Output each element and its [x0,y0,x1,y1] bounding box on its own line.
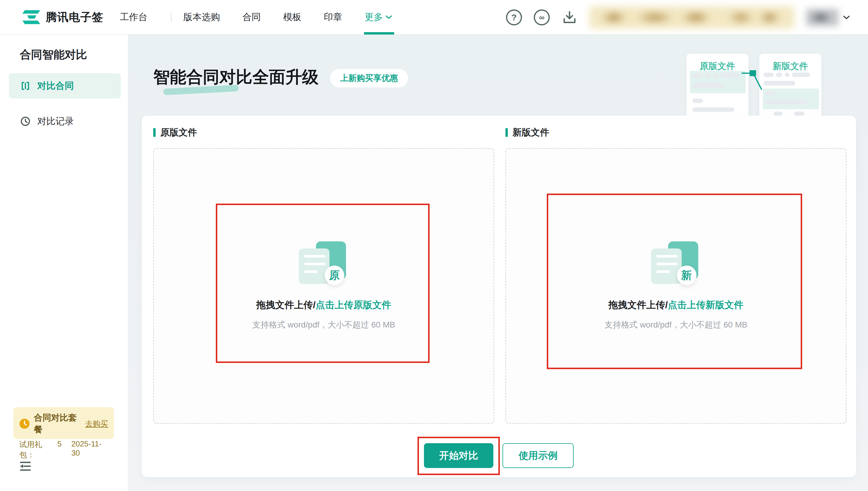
account-menu[interactable] [806,8,850,26]
illustration-connector [687,54,822,117]
new-upload-hint: 支持格式 word/pdf，大小不超过 60 MB [605,319,748,330]
compare-icon [20,81,31,91]
new-doc-icon: 新 [651,241,701,287]
buy-package-link[interactable]: 去购买 [85,419,108,429]
label-tick [153,128,156,137]
package-title: 合同对比套餐 [34,412,77,436]
blurred-account-name [806,8,838,26]
nav-item-templates[interactable]: 模板 [283,0,302,34]
original-doc-icon: 原 [299,241,349,287]
blurred-notice-banner [589,6,794,29]
upload-new-link[interactable]: 点击上传新版文件 [668,299,744,310]
sidebar-title: 合同智能对比 [20,47,87,62]
upload-original-link[interactable]: 点击上传原版文件 [316,299,391,310]
package-clock-icon [19,418,30,429]
nav-item-more[interactable]: 更多 [365,0,392,34]
upload-card: 原版文件 新版文件 原 拖拽文件上传/点击上传原版文件 支持格式 word/pd… [142,116,856,477]
collapse-sidebar-icon [19,461,32,472]
new-file-dropzone[interactable]: 新 拖拽文件上传/点击上传新版文件 支持格式 word/pdf，大小不超过 60… [505,148,846,424]
promo-pill[interactable]: 上新购买享优惠 [330,69,408,87]
label-tick [505,128,508,137]
nav-item-contracts[interactable]: 合同 [243,0,261,34]
nav-item-workbench[interactable]: 工作台 [120,0,147,34]
support-icon[interactable]: ∞ [534,9,550,25]
package-card: 合同对比套餐 去购买 试用礼包：52025-11-30 [13,407,114,439]
download-client-icon[interactable] [562,9,578,25]
chevron-down-icon [385,15,392,20]
new-upload-text: 拖拽文件上传/点击上传新版文件 [609,299,744,312]
help-icon[interactable]: ? [506,9,522,25]
sidebar: 合同智能对比 对比合同 对比记录 合同对比套餐 去购买 [0,35,129,491]
new-badge: 新 [677,266,697,285]
original-file-dropzone[interactable]: 原 拖拽文件上传/点击上传原版文件 支持格式 word/pdf，大小不超过 60… [153,148,494,424]
page-title: 智能合同对比全面升级 [153,66,318,88]
original-upload-hint: 支持格式 word/pdf，大小不超过 60 MB [252,319,395,330]
comparison-illustration: 原版文件 新版文件 [687,54,822,117]
original-badge: 原 [325,266,344,285]
nav-item-pricing[interactable]: 版本选购 限时领福利 [183,0,220,34]
start-compare-button[interactable]: 开始对比 [424,443,493,468]
use-example-button[interactable]: 使用示例 [503,443,573,468]
nav-right-cluster: ? ∞ [506,0,850,35]
sidebar-item-label: 对比合同 [37,80,74,92]
sidebar-item-compare-history[interactable]: 对比记录 [9,109,121,134]
sidebar-item-label: 对比记录 [37,115,74,127]
collapse-sidebar-button[interactable] [18,460,32,473]
app-logo[interactable]: 腾讯电子签 [22,9,103,25]
nav-item-seals[interactable]: 印章 [324,0,342,34]
logo-text: 腾讯电子签 [46,10,103,25]
sidebar-item-compare-contract[interactable]: 对比合同 [9,73,121,98]
new-file-label: 新版文件 [505,126,549,139]
package-trial-info: 试用礼包：52025-11-30 [19,439,108,460]
main-content: 智能合同对比全面升级 上新购买享优惠 原版文件 新版文件 [129,35,868,491]
original-upload-text: 拖拽文件上传/点击上传原版文件 [256,299,391,312]
original-file-label: 原版文件 [153,126,197,139]
top-navbar: 腾讯电子签 工作台 版本选购 限时领福利 合同 模板 印章 更多 ? ∞ [0,0,868,35]
account-chevron-icon [843,15,850,20]
nav-menu: 工作台 版本选购 限时领福利 合同 模板 印章 更多 [120,0,415,34]
logo-icon [22,9,40,25]
history-clock-icon [20,116,31,126]
nav-divider [171,12,171,22]
